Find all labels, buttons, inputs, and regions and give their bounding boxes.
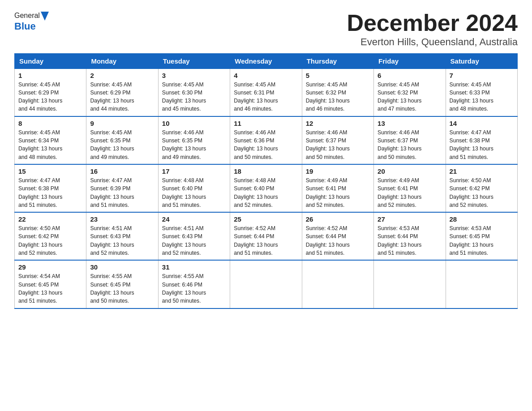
sunrise-label: Sunrise: 4:47 AM [18, 177, 60, 184]
day-info: Sunrise: 4:45 AM Sunset: 6:30 PM Dayligh… [162, 81, 226, 113]
calendar-week-3: 15 Sunrise: 4:47 AM Sunset: 6:38 PM Dayl… [15, 164, 518, 212]
daylight-label: Daylight: 13 hours [162, 194, 206, 200]
sunset-label: Sunset: 6:46 PM [162, 282, 202, 288]
logo-blue-text: Blue [14, 21, 36, 32]
calendar-cell [374, 260, 446, 308]
day-number: 29 [18, 263, 82, 271]
calendar-cell: 15 Sunrise: 4:47 AM Sunset: 6:38 PM Dayl… [15, 164, 86, 212]
sunset-label: Sunset: 6:43 PM [90, 233, 130, 240]
day-info: Sunrise: 4:46 AM Sunset: 6:37 PM Dayligh… [306, 128, 370, 161]
logo-general-text: General [14, 12, 40, 20]
calendar-cell: 10 Sunrise: 4:46 AM Sunset: 6:35 PM Dayl… [158, 116, 230, 164]
calendar-cell: 14 Sunrise: 4:47 AM Sunset: 6:38 PM Dayl… [446, 116, 517, 164]
daylight-minutes: and 46 minutes. [234, 106, 273, 112]
daylight-label: Daylight: 13 hours [18, 98, 62, 104]
sunrise-label: Sunrise: 4:52 AM [306, 225, 348, 231]
calendar-cell [446, 260, 517, 308]
day-number: 20 [378, 167, 442, 175]
title-block: December 2024 Everton Hills, Queensland,… [347, 11, 518, 48]
daylight-minutes: and 52 minutes. [450, 202, 489, 208]
sunset-label: Sunset: 6:40 PM [162, 185, 202, 192]
daylight-label: Daylight: 13 hours [90, 194, 134, 200]
day-info: Sunrise: 4:48 AM Sunset: 6:40 PM Dayligh… [162, 176, 226, 209]
calendar-cell: 9 Sunrise: 4:45 AM Sunset: 6:35 PM Dayli… [86, 116, 158, 164]
sunset-label: Sunset: 6:38 PM [18, 185, 59, 192]
sunset-label: Sunset: 6:32 PM [378, 90, 418, 96]
day-info: Sunrise: 4:48 AM Sunset: 6:40 PM Dayligh… [234, 176, 298, 209]
day-number: 12 [306, 120, 370, 127]
day-info: Sunrise: 4:51 AM Sunset: 6:43 PM Dayligh… [90, 224, 154, 257]
day-info: Sunrise: 4:47 AM Sunset: 6:39 PM Dayligh… [90, 176, 154, 209]
day-number: 5 [306, 72, 370, 79]
calendar-week-1: 1 Sunrise: 4:45 AM Sunset: 6:29 PM Dayli… [15, 68, 518, 116]
daylight-label: Daylight: 13 hours [450, 98, 493, 104]
sunrise-label: Sunrise: 4:50 AM [450, 177, 491, 184]
daylight-label: Daylight: 13 hours [306, 194, 350, 200]
day-info: Sunrise: 4:55 AM Sunset: 6:46 PM Dayligh… [162, 272, 226, 305]
calendar-cell: 1 Sunrise: 4:45 AM Sunset: 6:29 PM Dayli… [15, 68, 86, 116]
sunrise-label: Sunrise: 4:48 AM [162, 177, 204, 184]
sunset-label: Sunset: 6:44 PM [306, 233, 346, 240]
daylight-label: Daylight: 13 hours [450, 242, 493, 248]
sunrise-label: Sunrise: 4:48 AM [234, 177, 275, 184]
day-info: Sunrise: 4:45 AM Sunset: 6:33 PM Dayligh… [450, 81, 514, 113]
daylight-label: Daylight: 13 hours [450, 146, 493, 152]
day-info: Sunrise: 4:50 AM Sunset: 6:42 PM Dayligh… [18, 224, 82, 257]
day-info: Sunrise: 4:47 AM Sunset: 6:38 PM Dayligh… [18, 176, 82, 209]
daylight-minutes: and 51 minutes. [306, 250, 345, 256]
day-number: 15 [18, 167, 82, 175]
sunrise-label: Sunrise: 4:51 AM [90, 225, 132, 231]
calendar-cell: 7 Sunrise: 4:45 AM Sunset: 6:33 PM Dayli… [446, 68, 517, 116]
daylight-label: Daylight: 13 hours [162, 98, 206, 104]
day-number: 9 [90, 120, 154, 127]
day-number: 25 [234, 215, 298, 223]
sunrise-label: Sunrise: 4:45 AM [162, 81, 204, 88]
sunrise-label: Sunrise: 4:45 AM [18, 129, 60, 136]
sunrise-label: Sunrise: 4:47 AM [90, 177, 132, 184]
day-number: 3 [162, 72, 226, 79]
calendar-cell: 22 Sunrise: 4:50 AM Sunset: 6:42 PM Dayl… [15, 212, 86, 260]
day-number: 1 [18, 72, 82, 79]
page-title: December 2024 [347, 11, 518, 35]
sunrise-label: Sunrise: 4:45 AM [450, 81, 491, 88]
sunset-label: Sunset: 6:38 PM [450, 137, 490, 144]
day-info: Sunrise: 4:45 AM Sunset: 6:32 PM Dayligh… [306, 81, 370, 113]
sunrise-label: Sunrise: 4:55 AM [162, 273, 204, 279]
sunset-label: Sunset: 6:29 PM [18, 90, 59, 96]
daylight-label: Daylight: 13 hours [234, 194, 278, 200]
logo-arrow-icon [41, 12, 49, 21]
day-info: Sunrise: 4:49 AM Sunset: 6:41 PM Dayligh… [306, 176, 370, 209]
day-number: 16 [90, 167, 154, 175]
day-number: 17 [162, 167, 226, 175]
calendar-cell: 27 Sunrise: 4:53 AM Sunset: 6:44 PM Dayl… [374, 212, 446, 260]
day-number: 13 [378, 120, 442, 127]
col-tuesday: Tuesday [158, 53, 230, 68]
day-number: 19 [306, 167, 370, 175]
daylight-label: Daylight: 13 hours [162, 290, 206, 296]
daylight-minutes: and 52 minutes. [90, 250, 129, 256]
day-number: 2 [90, 72, 154, 79]
day-info: Sunrise: 4:54 AM Sunset: 6:45 PM Dayligh… [18, 272, 82, 305]
daylight-label: Daylight: 13 hours [378, 242, 421, 248]
calendar-cell: 23 Sunrise: 4:51 AM Sunset: 6:43 PM Dayl… [86, 212, 158, 260]
day-number: 24 [162, 215, 226, 223]
daylight-label: Daylight: 13 hours [378, 146, 421, 152]
sunrise-label: Sunrise: 4:46 AM [234, 129, 275, 136]
calendar-cell: 3 Sunrise: 4:45 AM Sunset: 6:30 PM Dayli… [158, 68, 230, 116]
daylight-minutes: and 45 minutes. [162, 106, 201, 112]
sunset-label: Sunset: 6:30 PM [162, 90, 202, 96]
day-number: 11 [234, 120, 298, 127]
day-info: Sunrise: 4:46 AM Sunset: 6:35 PM Dayligh… [162, 128, 226, 161]
day-info: Sunrise: 4:49 AM Sunset: 6:41 PM Dayligh… [378, 176, 442, 209]
sunset-label: Sunset: 6:43 PM [162, 233, 202, 240]
sunrise-label: Sunrise: 4:45 AM [306, 81, 348, 88]
col-friday: Friday [374, 53, 446, 68]
calendar-header: Sunday Monday Tuesday Wednesday Thursday… [15, 53, 518, 68]
daylight-minutes: and 44 minutes. [90, 106, 129, 112]
daylight-minutes: and 51 minutes. [90, 202, 129, 208]
daylight-minutes: and 51 minutes. [450, 154, 489, 160]
sunrise-label: Sunrise: 4:49 AM [306, 177, 348, 184]
day-info: Sunrise: 4:53 AM Sunset: 6:44 PM Dayligh… [378, 224, 442, 257]
daylight-label: Daylight: 13 hours [450, 194, 493, 200]
sunset-label: Sunset: 6:35 PM [162, 137, 202, 144]
